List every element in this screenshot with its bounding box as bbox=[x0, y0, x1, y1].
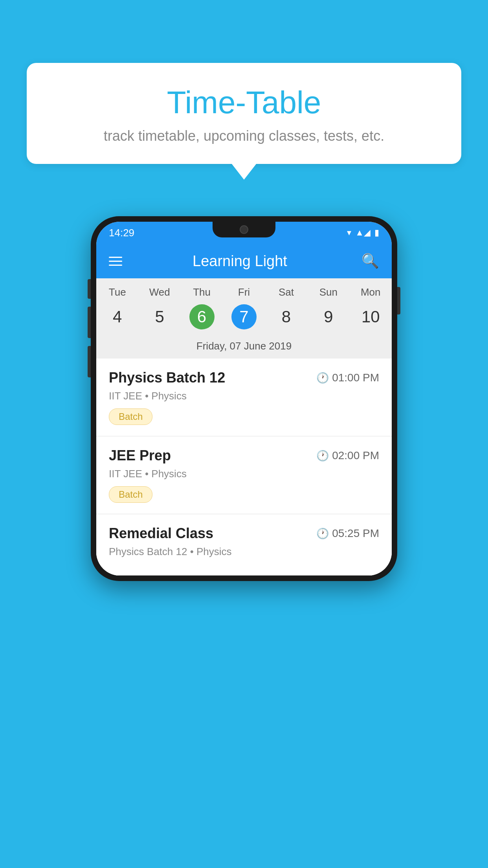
calendar-week: Tue Wed Thu Fri Sat Sun Mon 4 5 bbox=[96, 278, 392, 359]
selected-date-label: Friday, 07 June 2019 bbox=[96, 337, 392, 359]
wifi-icon: ▾ bbox=[347, 228, 351, 238]
selected-circle: 7 bbox=[231, 304, 257, 329]
tooltip-subtitle: track timetable, upcoming classes, tests… bbox=[50, 128, 438, 144]
clock-icon-2: 🕐 bbox=[316, 450, 329, 462]
clock-icon-1: 🕐 bbox=[316, 372, 329, 384]
status-time: 14:29 bbox=[109, 227, 134, 239]
schedule-item-remedial[interactable]: Remedial Class 🕐 05:25 PM Physics Batch … bbox=[96, 514, 392, 576]
schedule-time-1: 🕐 01:00 PM bbox=[316, 371, 379, 384]
schedule-subtitle-3: Physics Batch 12 • Physics bbox=[109, 546, 379, 558]
day-numbers: 4 5 6 7 bbox=[96, 302, 392, 337]
volume-up-button bbox=[88, 307, 91, 338]
phone-notch bbox=[213, 222, 275, 237]
menu-button[interactable] bbox=[109, 257, 122, 266]
day-header-thu: Thu bbox=[181, 286, 223, 298]
day-header-mon: Mon bbox=[350, 286, 392, 298]
batch-badge-1: Batch bbox=[109, 408, 152, 425]
day-header-sat: Sat bbox=[265, 286, 307, 298]
day-9[interactable]: 9 bbox=[307, 303, 349, 331]
schedule-item-jee-prep[interactable]: JEE Prep 🕐 02:00 PM IIT JEE • Physics Ba… bbox=[96, 436, 392, 514]
today-circle: 6 bbox=[189, 304, 215, 329]
signal-icon: ▲◢ bbox=[355, 228, 371, 238]
schedule-title-1: Physics Batch 12 bbox=[109, 370, 225, 386]
batch-badge-2: Batch bbox=[109, 486, 152, 503]
day-5[interactable]: 5 bbox=[138, 303, 180, 331]
day-7-selected[interactable]: 7 bbox=[223, 303, 265, 331]
search-button[interactable]: 🔍 bbox=[361, 253, 379, 269]
phone-mockup: 14:29 ▾ ▲◢ ▮ Learning Light 🔍 bbox=[91, 216, 397, 581]
day-8[interactable]: 8 bbox=[265, 303, 307, 331]
status-icons: ▾ ▲◢ ▮ bbox=[347, 228, 379, 238]
menu-line-3 bbox=[109, 265, 122, 266]
schedule-subtitle-2: IIT JEE • Physics bbox=[109, 468, 379, 480]
menu-line-2 bbox=[109, 261, 122, 262]
schedule-time-2: 🕐 02:00 PM bbox=[316, 449, 379, 462]
schedule-item-header-2: JEE Prep 🕐 02:00 PM bbox=[109, 447, 379, 464]
day-header-fri: Fri bbox=[223, 286, 265, 298]
app-title: Learning Light bbox=[122, 253, 358, 270]
side-button-1 bbox=[88, 279, 91, 299]
schedule-title-2: JEE Prep bbox=[109, 447, 171, 464]
day-headers: Tue Wed Thu Fri Sat Sun Mon bbox=[96, 278, 392, 302]
schedule-time-3: 🕐 05:25 PM bbox=[316, 527, 379, 540]
phone-screen: 14:29 ▾ ▲◢ ▮ Learning Light 🔍 bbox=[96, 222, 392, 576]
day-10[interactable]: 10 bbox=[350, 303, 392, 331]
day-header-sun: Sun bbox=[307, 286, 349, 298]
schedule-item-physics-batch[interactable]: Physics Batch 12 🕐 01:00 PM IIT JEE • Ph… bbox=[96, 359, 392, 436]
phone-camera bbox=[240, 225, 248, 234]
schedule-item-header-3: Remedial Class 🕐 05:25 PM bbox=[109, 525, 379, 542]
day-header-tue: Tue bbox=[96, 286, 138, 298]
schedule-list: Physics Batch 12 🕐 01:00 PM IIT JEE • Ph… bbox=[96, 359, 392, 576]
day-6-today[interactable]: 6 bbox=[181, 303, 223, 331]
volume-down-button bbox=[88, 346, 91, 377]
tooltip-card: Time-Table track timetable, upcoming cla… bbox=[27, 63, 461, 164]
schedule-item-header-1: Physics Batch 12 🕐 01:00 PM bbox=[109, 370, 379, 386]
battery-icon: ▮ bbox=[374, 228, 379, 238]
schedule-subtitle-1: IIT JEE • Physics bbox=[109, 390, 379, 402]
schedule-title-3: Remedial Class bbox=[109, 525, 213, 542]
tooltip-title: Time-Table bbox=[50, 85, 438, 121]
phone-outer: 14:29 ▾ ▲◢ ▮ Learning Light 🔍 bbox=[91, 216, 397, 581]
menu-line-1 bbox=[109, 257, 122, 258]
app-toolbar: Learning Light 🔍 bbox=[96, 244, 392, 278]
power-button bbox=[397, 287, 400, 314]
clock-icon-3: 🕐 bbox=[316, 528, 329, 540]
day-header-wed: Wed bbox=[138, 286, 180, 298]
day-4[interactable]: 4 bbox=[96, 303, 138, 331]
